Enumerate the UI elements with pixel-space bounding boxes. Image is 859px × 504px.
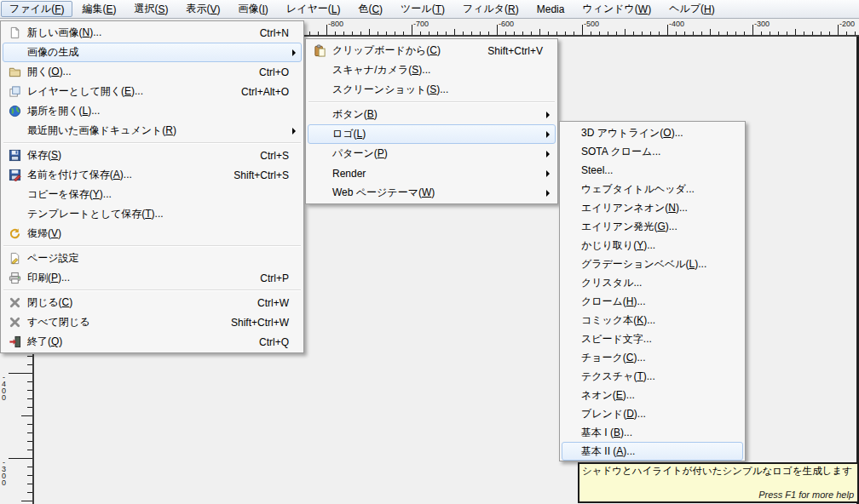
menu-item-shortcut: Shift+Ctrl+V	[487, 45, 543, 57]
menubar-item-1[interactable]: 編集(E)	[73, 1, 124, 17]
file-menu-item-14[interactable]: 印刷(P)...Ctrl+P	[3, 268, 302, 288]
ruler-tick	[735, 32, 736, 35]
ruler-tick	[752, 25, 753, 35]
ruler-tick	[386, 32, 387, 35]
menu-item-label: スピード文字...	[581, 332, 652, 346]
ruler-label: -800	[328, 20, 343, 28]
icon-spacer	[566, 351, 578, 364]
create-menu-item-0[interactable]: クリップボードから(C)Shift+Ctrl+V	[308, 41, 556, 60]
logo-submenu: 3D アウトライン(O)...SOTA クローム...Steel...ウェブタイ…	[559, 121, 746, 461]
ruler-label: -300	[2, 459, 6, 486]
menubar-item-11[interactable]: ヘルプ(H)	[660, 1, 724, 17]
logo-menu-item-3[interactable]: ウェブタイトルヘッダ...	[562, 180, 743, 198]
revert-icon	[7, 227, 22, 241]
logo-menu-item-10[interactable]: コミック本(K)...	[562, 311, 743, 329]
ruler-tick	[471, 32, 472, 35]
file-menu-item-10[interactable]: テンプレートとして保存(T)...	[3, 204, 302, 224]
ruler-tick	[531, 32, 532, 35]
menu-item-shortcut: Ctrl+S	[260, 150, 289, 162]
menubar-item-8[interactable]: フィルタ(R)	[454, 1, 528, 17]
menu-item-shortcut: Shift+Ctrl+S	[233, 169, 289, 181]
logo-menu-item-11[interactable]: スピード文字...	[562, 329, 743, 348]
file-menu-item-11[interactable]: 復帰(V)	[3, 224, 302, 243]
menubar-item-4[interactable]: 画像(I)	[230, 1, 277, 17]
file-menu-item-8[interactable]: 名前を付けて保存(A)...Shift+Ctrl+S	[3, 165, 302, 185]
menu-item-label: テンプレートとして保存(T)...	[27, 207, 164, 221]
ruler-tick	[27, 407, 32, 408]
logo-menu-item-15[interactable]: ブレンド(D)...	[562, 404, 743, 423]
icon-spacer	[566, 238, 578, 252]
menu-item-label: チョーク(C)...	[581, 351, 646, 365]
file-menu-item-9[interactable]: コピーを保存(Y)...	[3, 185, 302, 204]
create-menu-item-2[interactable]: スクリーンショット(S)...	[308, 80, 556, 100]
logo-menu-item-13[interactable]: テクスチャ(T)...	[562, 367, 743, 386]
icon-spacer	[566, 313, 578, 327]
menubar-item-0[interactable]: ファイル(F)	[1, 1, 72, 17]
menubar-item-3[interactable]: 表示(V)	[178, 1, 229, 17]
menubar-item-10[interactable]: ウィンドウ(W)	[574, 1, 660, 17]
file-menu-item-0[interactable]: 新しい画像(N)...Ctrl+N	[3, 23, 302, 43]
menu-item-label: SOTA クローム...	[581, 145, 660, 159]
ruler-tick	[821, 32, 822, 35]
vertical-ruler[interactable]: -400-300	[0, 354, 34, 504]
new-image-icon	[7, 26, 22, 40]
ruler-tick	[27, 398, 32, 399]
logo-menu-item-16[interactable]: 基本 I (B)...	[562, 423, 743, 442]
create-menu-item-8[interactable]: Web ページテーマ(W)	[308, 183, 556, 203]
save-icon	[7, 149, 22, 163]
file-menu-item-4[interactable]: 場所を開く(L)...	[3, 101, 302, 121]
file-menu-item-3[interactable]: レイヤーとして開く(E)...Ctrl+Alt+O	[3, 82, 302, 101]
logo-menu-item-5[interactable]: エイリアン発光(G)...	[562, 217, 743, 236]
logo-menu-item-0[interactable]: 3D アウトライン(O)...	[562, 123, 743, 142]
logo-menu-item-17[interactable]: 基本 II (A)...	[562, 442, 743, 461]
logo-menu-item-4[interactable]: エイリアンネオン(N)...	[562, 198, 743, 217]
file-menu-item-7[interactable]: 保存(S)Ctrl+S	[3, 146, 302, 165]
file-menu-item-17[interactable]: すべて閉じるShift+Ctrl+W	[3, 312, 302, 332]
logo-menu-item-14[interactable]: ネオン(E)...	[562, 386, 743, 404]
menubar-item-2[interactable]: 選択(S)	[125, 1, 176, 17]
create-menu-item-4[interactable]: ボタン(B)	[308, 105, 556, 124]
icon-spacer	[566, 163, 578, 177]
logo-menu-item-9[interactable]: クローム(H)...	[562, 292, 743, 311]
logo-menu-item-7[interactable]: グラデーションベベル(L)...	[562, 255, 743, 273]
file-menu-item-13[interactable]: ページ設定	[3, 249, 302, 268]
logo-menu-item-6[interactable]: かじり取り(Y)...	[562, 236, 743, 255]
logo-menu-item-8[interactable]: クリスタル...	[562, 273, 743, 292]
menubar-item-7[interactable]: ツール(T)	[392, 1, 453, 17]
menubar-item-9[interactable]: Media	[528, 1, 574, 17]
logo-menu-item-12[interactable]: チョーク(C)...	[562, 348, 743, 367]
ruler-tick	[335, 32, 336, 35]
file-menu-item-18[interactable]: 終了(Q)Ctrl+Q	[3, 332, 302, 352]
create-menu-item-7[interactable]: Render	[308, 163, 556, 183]
ruler-tick	[608, 32, 608, 35]
ruler-tick	[855, 32, 856, 35]
menu-item-label: ブレンド(D)...	[581, 407, 646, 421]
menu-item-label: 名前を付けて保存(A)...	[27, 168, 132, 182]
ruler-tick	[27, 432, 32, 433]
menubar-item-6[interactable]: 色(C)	[349, 1, 391, 17]
icon-spacer	[312, 64, 327, 77]
menubar-item-5[interactable]: レイヤー(L)	[278, 1, 349, 17]
ruler-tick	[446, 32, 447, 35]
icon-spacer	[566, 126, 578, 140]
icon-spacer	[312, 167, 327, 180]
icon-spacer	[312, 147, 327, 161]
ruler-tick	[318, 32, 319, 35]
create-menu-item-1[interactable]: スキャナ/カメラ(S)...	[308, 60, 556, 80]
ruler-tick	[838, 25, 839, 35]
ruler-tick	[667, 25, 668, 35]
file-menu-item-1[interactable]: 画像の生成	[3, 43, 302, 62]
create-menu-item-5[interactable]: ロゴ(L)	[308, 124, 556, 144]
page-setup-icon	[7, 252, 22, 266]
file-menu-item-5[interactable]: 最近開いた画像ドキュメント(R)	[3, 121, 302, 140]
file-menu-item-2[interactable]: 開く(O)...Ctrl+O	[3, 62, 302, 82]
ruler-label: -300	[754, 20, 770, 28]
file-menu-item-16[interactable]: 閉じる(C)Ctrl+W	[3, 293, 302, 312]
logo-menu-item-1[interactable]: SOTA クローム...	[562, 142, 743, 161]
ruler-tick	[727, 32, 728, 35]
icon-spacer	[566, 295, 578, 308]
ruler-label: -400	[669, 20, 684, 28]
menu-item-label: スキャナ/カメラ(S)...	[332, 63, 430, 77]
create-menu-item-6[interactable]: パターン(P)	[308, 144, 556, 163]
logo-menu-item-2[interactable]: Steel...	[562, 161, 743, 180]
